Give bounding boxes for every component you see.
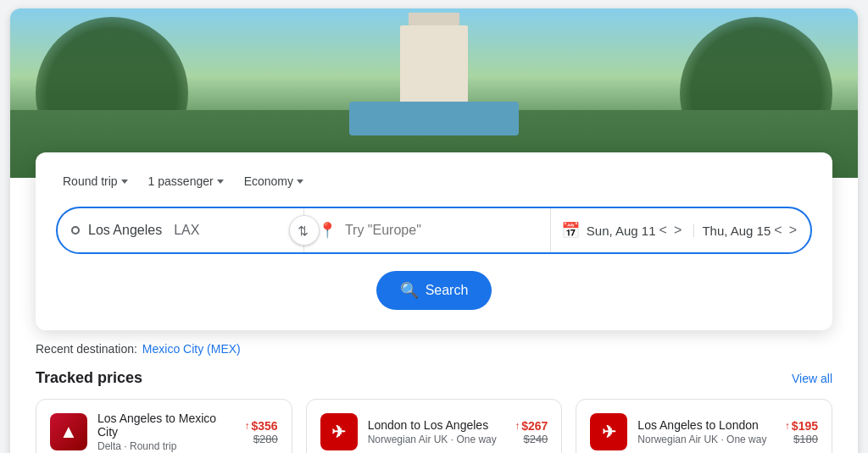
price-card-3[interactable]: Los Angeles to London Norwegian Air UK ·… bbox=[576, 399, 832, 453]
trip-options: Round trip 1 passenger Economy bbox=[56, 169, 812, 193]
norwegian-logo-3 bbox=[590, 413, 627, 450]
main-container: Round trip 1 passenger Economy bbox=[10, 8, 858, 453]
card-price-block-3: ↑ $195 $180 bbox=[785, 419, 818, 445]
new-price-3: $195 bbox=[792, 419, 818, 433]
search-panel-wrapper: Round trip 1 passenger Economy bbox=[10, 152, 858, 330]
card-price-block-2: ↑ $267 $240 bbox=[515, 419, 548, 445]
view-all-link[interactable]: View all bbox=[792, 372, 832, 385]
recent-destination-link[interactable]: Mexico City (MEX) bbox=[142, 342, 241, 356]
card-route-3: Los Angeles to London bbox=[637, 418, 775, 432]
new-price-2: $267 bbox=[521, 419, 548, 433]
passengers-button[interactable]: 1 passenger bbox=[142, 169, 231, 193]
recent-label: Recent destination: bbox=[36, 342, 137, 356]
hero-pool bbox=[349, 102, 519, 135]
old-price-2: $240 bbox=[515, 433, 548, 445]
card-info-3: Los Angeles to London Norwegian Air UK ·… bbox=[637, 418, 775, 445]
card-details-1: Delta · Round trip bbox=[97, 440, 235, 452]
trip-type-chevron-icon bbox=[121, 180, 128, 184]
origin-code: LAX bbox=[174, 223, 199, 238]
search-row: Los Angeles LAX ⇄ 📍 📅 S bbox=[56, 207, 812, 254]
swap-icon: ⇄ bbox=[296, 225, 312, 236]
passengers-chevron-icon bbox=[217, 180, 224, 184]
class-label: Economy bbox=[244, 174, 293, 188]
old-price-1: $280 bbox=[245, 433, 278, 445]
search-button[interactable]: 🔍 Search bbox=[376, 271, 492, 310]
return-next-button[interactable]: > bbox=[786, 219, 800, 241]
depart-date: Sun, Aug 11 bbox=[587, 224, 656, 238]
search-input-container: Los Angeles LAX ⇄ 📍 📅 S bbox=[56, 207, 812, 254]
price-up-1: ↑ $356 bbox=[245, 419, 278, 433]
depart-prev-button[interactable]: < bbox=[656, 219, 670, 241]
date-separator: | bbox=[692, 223, 695, 238]
origin-city: Los Angeles bbox=[88, 223, 162, 238]
price-card-2[interactable]: London to Los Angeles Norwegian Air UK ·… bbox=[306, 399, 563, 453]
destination-field[interactable]: 📍 bbox=[304, 208, 550, 252]
price-up-2: ↑ $267 bbox=[515, 419, 548, 433]
card-details-2: Norwegian Air UK · One way bbox=[368, 434, 505, 445]
depart-next-button[interactable]: > bbox=[670, 219, 685, 241]
card-price-block-1: ↑ $356 $280 bbox=[245, 419, 278, 445]
price-cards: Los Angeles to Mexico City Delta · Round… bbox=[36, 399, 832, 453]
price-arrow-up-icon-3: ↑ bbox=[785, 420, 790, 432]
recent-destinations: Recent destination: Mexico City (MEX) bbox=[10, 330, 858, 356]
origin-dot-icon bbox=[71, 226, 80, 235]
tracked-header: Tracked prices View all bbox=[36, 369, 832, 387]
card-details-3: Norwegian Air UK · One way bbox=[637, 434, 775, 445]
return-date: Thu, Aug 15 bbox=[702, 224, 771, 238]
swap-button[interactable]: ⇄ bbox=[289, 215, 320, 246]
destination-input[interactable] bbox=[345, 223, 537, 238]
card-route-1: Los Angeles to Mexico City bbox=[97, 412, 235, 439]
destination-pin-icon: 📍 bbox=[318, 221, 337, 240]
tracked-title: Tracked prices bbox=[36, 369, 142, 387]
search-btn-row: 🔍 Search bbox=[56, 271, 812, 310]
search-btn-label: Search bbox=[426, 283, 469, 298]
trip-type-button[interactable]: Round trip bbox=[56, 169, 135, 193]
class-button[interactable]: Economy bbox=[237, 169, 310, 193]
class-chevron-icon bbox=[297, 180, 303, 184]
passengers-label: 1 passenger bbox=[148, 174, 214, 188]
new-price-1: $356 bbox=[252, 419, 278, 433]
delta-logo bbox=[50, 413, 87, 450]
trip-type-label: Round trip bbox=[63, 174, 118, 188]
origin-field[interactable]: Los Angeles LAX bbox=[58, 208, 304, 252]
card-info-1: Los Angeles to Mexico City Delta · Round… bbox=[97, 412, 235, 452]
norwegian-logo-2 bbox=[320, 413, 358, 450]
price-arrow-up-icon-1: ↑ bbox=[245, 420, 250, 432]
tracked-prices-section: Tracked prices View all Los Angeles to M… bbox=[10, 356, 858, 453]
price-card-1[interactable]: Los Angeles to Mexico City Delta · Round… bbox=[36, 399, 292, 453]
return-prev-button[interactable]: < bbox=[771, 219, 785, 241]
search-btn-icon: 🔍 bbox=[400, 281, 419, 300]
price-up-3: ↑ $195 bbox=[785, 419, 818, 433]
old-price-3: $180 bbox=[785, 433, 818, 445]
card-info-2: London to Los Angeles Norwegian Air UK ·… bbox=[368, 418, 505, 445]
calendar-icon: 📅 bbox=[561, 221, 580, 240]
card-route-2: London to Los Angeles bbox=[368, 418, 505, 432]
date-section: 📅 Sun, Aug 11 < > | Thu, Aug 15 < > bbox=[550, 208, 810, 252]
price-arrow-up-icon-2: ↑ bbox=[515, 420, 520, 432]
search-panel: Round trip 1 passenger Economy bbox=[36, 152, 832, 330]
